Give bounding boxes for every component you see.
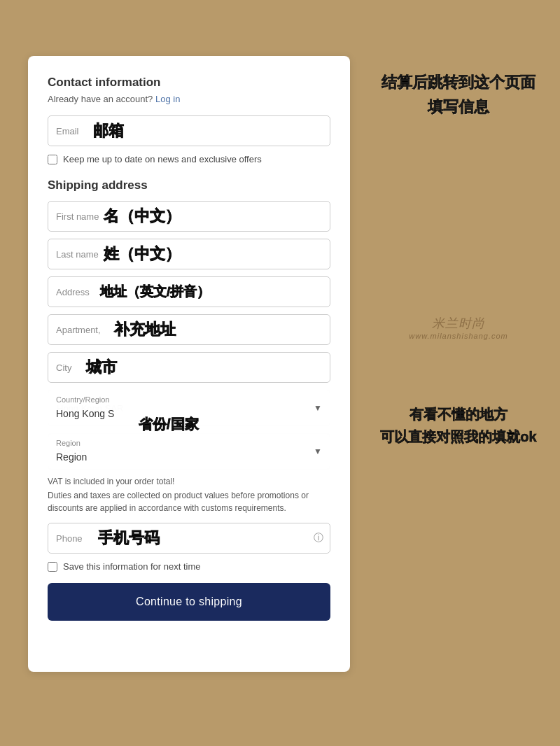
annotation-bottom-line1: 有看不懂的地方 (371, 403, 546, 425)
duties-text: Duties and taxes are collected on produc… (48, 489, 330, 514)
log-in-link[interactable]: Log in (155, 94, 180, 104)
phone-group: Phone 手机号码 ⓘ (48, 523, 330, 554)
annotation-bottom-line2: 可以直接对照我的填就ok (371, 425, 546, 448)
annotation-area: 结算后跳转到这个页面 填写信息 米兰时尚 www.milanshishang.c… (364, 56, 546, 718)
email-group: Email 邮箱 (48, 115, 330, 146)
city-group: City 城市 (48, 352, 330, 383)
keep-updated-row: Keep me up to date on news and exclusive… (48, 153, 330, 166)
first-name-input[interactable] (48, 201, 330, 232)
phone-input[interactable] (48, 523, 330, 554)
annotation-line1: 结算后跳转到这个页面 (371, 70, 546, 94)
watermark-text: 米兰时尚 (371, 315, 546, 332)
annotation-top: 结算后跳转到这个页面 填写信息 (371, 70, 546, 119)
annotation-line2: 填写信息 (371, 94, 546, 119)
apt-group: Apartment, 补充地址 (48, 314, 330, 345)
contact-title: Contact information (48, 76, 330, 90)
last-name-input[interactable] (48, 239, 330, 269)
shipping-title: Shipping address (48, 178, 330, 192)
first-name-group: First name 名（中文） (48, 201, 330, 232)
country-group: Country/Region Hong Kong S 省份/国家 Hong Ko… (48, 390, 330, 426)
last-name-group: Last name 姓（中文） (48, 239, 330, 269)
watermark: 米兰时尚 www.milanshishang.com (371, 315, 546, 340)
phone-help-icon[interactable]: ⓘ (314, 532, 323, 544)
save-info-row: Save this information for next time (48, 561, 330, 573)
keep-updated-label: Keep me up to date on news and exclusive… (63, 153, 262, 166)
watermark-sub: www.milanshishang.com (371, 332, 546, 340)
country-select[interactable]: Hong Kong SAR (48, 390, 330, 426)
save-info-label: Save this information for next time (63, 561, 201, 573)
address-group: Address 地址（英文/拼音） (48, 276, 330, 307)
continue-to-shipping-button[interactable]: Continue to shipping (48, 583, 330, 621)
region-select[interactable]: Region (48, 433, 330, 470)
annotation-bottom: 有看不懂的地方 可以直接对照我的填就ok (371, 403, 546, 448)
checkout-form: Contact information Already have an acco… (28, 56, 350, 672)
region-group: Region Region Region ▼ (48, 433, 330, 470)
already-account-text: Already have an account? Log in (48, 94, 330, 104)
city-input[interactable] (48, 352, 330, 383)
address-input[interactable] (48, 276, 330, 307)
email-input[interactable] (48, 115, 330, 146)
save-info-checkbox[interactable] (48, 562, 57, 572)
keep-updated-checkbox[interactable] (48, 155, 57, 164)
apt-input[interactable] (48, 314, 330, 345)
vat-text: VAT is included in your order total! (48, 477, 330, 486)
